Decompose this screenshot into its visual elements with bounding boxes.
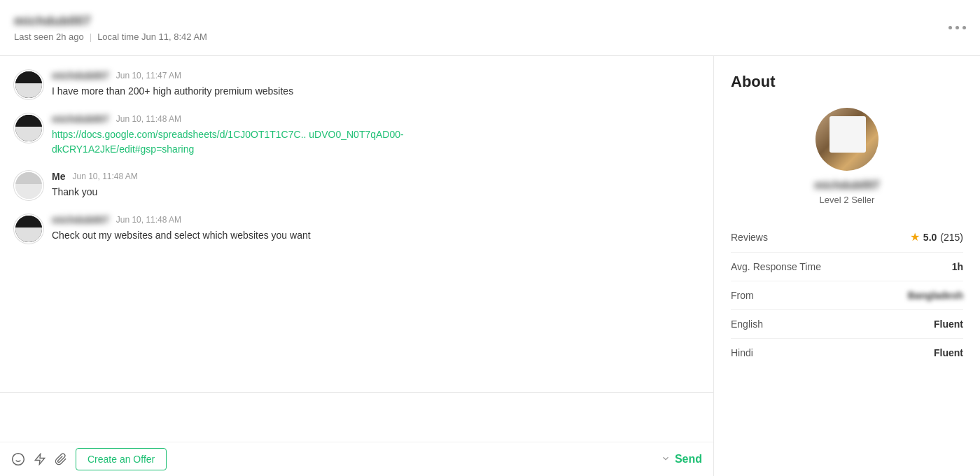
message-group: michdub007 Jun 10, 11:48 AM https://docs… — [14, 113, 699, 157]
dot-2 — [955, 26, 959, 29]
profile-avatar — [816, 108, 878, 171]
message-group: michdub007 Jun 10, 11:48 AM Check out my… — [14, 214, 699, 244]
input-area: Create an Offer Send — [0, 392, 713, 476]
message-text: I have more than 200+ high authority pre… — [52, 84, 699, 99]
message-header: michdub007 Jun 10, 11:48 AM — [52, 113, 699, 125]
lightning-icon[interactable] — [34, 453, 46, 465]
message-sender: Me — [52, 171, 65, 182]
message-content: michdub007 Jun 10, 11:48 AM https://docs… — [52, 113, 699, 157]
stat-value-english: Fluent — [934, 318, 963, 330]
svg-point-0 — [13, 454, 24, 465]
message-header: michdub007 Jun 10, 11:47 AM — [52, 70, 699, 81]
message-content: michdub007 Jun 10, 11:47 AM I have more … — [52, 70, 699, 99]
stat-value-from: Bangladesh — [908, 290, 963, 301]
stat-label-from: From — [731, 290, 754, 301]
message-group: michdub007 Jun 10, 11:47 AM I have more … — [14, 70, 699, 99]
create-offer-button[interactable]: Create an Offer — [76, 448, 167, 470]
header-username: michdub007 — [14, 14, 207, 29]
stat-label-hindi: Hindi — [731, 347, 753, 358]
about-profile: michdub007 Level 2 Seller — [731, 108, 963, 205]
stat-row-hindi: Hindi Fluent — [731, 339, 963, 367]
message-group: Me Jun 10, 11:48 AM Thank you — [14, 171, 699, 200]
dot-1 — [948, 26, 952, 29]
message-time: Jun 10, 11:47 AM — [116, 71, 181, 80]
stat-value-response-time: 1h — [952, 261, 963, 272]
profile-level: Level 2 Seller — [820, 195, 875, 205]
chat-header: michdub007 Last seen 2h ago | Local time… — [0, 0, 980, 56]
stat-row-english: English Fluent — [731, 310, 963, 339]
stat-label-response-time: Avg. Response Time — [731, 261, 821, 272]
message-header: Me Jun 10, 11:48 AM — [52, 171, 699, 182]
message-time: Jun 10, 11:48 AM — [116, 215, 181, 225]
message-content: Me Jun 10, 11:48 AM Thank you — [52, 171, 699, 200]
more-options-button[interactable] — [948, 26, 966, 29]
message-content: michdub007 Jun 10, 11:48 AM Check out my… — [52, 214, 699, 243]
header-last-seen: Last seen 2h ago — [14, 31, 84, 42]
message-time: Jun 10, 11:48 AM — [116, 114, 181, 124]
header-user-info: michdub007 Last seen 2h ago | Local time… — [14, 14, 207, 42]
main-layout: michdub007 Jun 10, 11:47 AM I have more … — [0, 56, 980, 476]
dot-3 — [962, 26, 966, 29]
stat-label-english: English — [731, 318, 763, 330]
about-panel: About michdub007 Level 2 Seller Reviews … — [714, 56, 980, 476]
reviews-count: (215) — [940, 232, 963, 243]
avatar — [14, 70, 43, 99]
messages-area[interactable]: michdub007 Jun 10, 11:47 AM I have more … — [0, 56, 713, 392]
message-sender: michdub007 — [52, 70, 109, 81]
message-time: Jun 10, 11:48 AM — [72, 172, 137, 181]
message-header: michdub007 Jun 10, 11:48 AM — [52, 214, 699, 225]
avatar — [14, 113, 43, 143]
header-local-time: Local time Jun 11, 8:42 AM — [97, 31, 207, 42]
input-toolbar: Create an Offer Send — [0, 442, 713, 476]
star-icon: ★ — [910, 230, 920, 244]
attachment-icon[interactable] — [55, 453, 67, 465]
svg-marker-3 — [35, 454, 45, 465]
reviews-score: 5.0 — [923, 232, 937, 243]
stat-label-reviews: Reviews — [731, 232, 768, 243]
emoji-icon[interactable] — [11, 452, 25, 466]
message-text: Check out my websites and select which w… — [52, 228, 699, 243]
header-meta: Last seen 2h ago | Local time Jun 11, 8:… — [14, 31, 207, 42]
message-text: Thank you — [52, 185, 699, 200]
stat-row-reviews: Reviews ★ 5.0 (215) — [731, 222, 963, 253]
avatar — [14, 171, 43, 200]
stat-value-hindi: Fluent — [934, 347, 963, 358]
profile-username: michdub007 — [814, 179, 879, 192]
header-divider: | — [90, 31, 92, 42]
stat-row-from: From Bangladesh — [731, 281, 963, 310]
send-dropdown-button[interactable] — [661, 454, 671, 465]
message-sender: michdub007 — [52, 113, 109, 125]
about-title: About — [731, 73, 963, 91]
chat-panel: michdub007 Jun 10, 11:47 AM I have more … — [0, 56, 714, 476]
avatar — [14, 214, 43, 244]
message-input[interactable] — [0, 393, 713, 442]
about-stats: Reviews ★ 5.0 (215) Avg. Response Time 1… — [731, 222, 963, 367]
reviews-value: ★ 5.0 (215) — [910, 230, 963, 244]
stat-row-response-time: Avg. Response Time 1h — [731, 253, 963, 281]
send-area: Send — [661, 453, 702, 465]
message-link[interactable]: https://docs.google.com/spreadsheets/d/1… — [52, 127, 699, 157]
send-button[interactable]: Send — [675, 453, 702, 465]
message-sender: michdub007 — [52, 214, 109, 225]
